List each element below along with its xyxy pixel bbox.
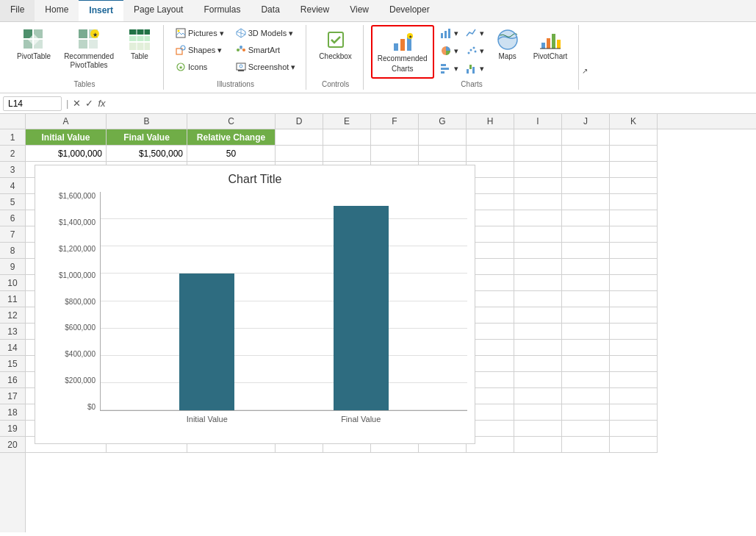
- cell-row7-col8[interactable]: [514, 226, 562, 243]
- cell-row11-col9[interactable]: [562, 291, 610, 307]
- cell-row18-col9[interactable]: [562, 404, 610, 421]
- cell-row10-col8[interactable]: [514, 275, 562, 291]
- row-header-1[interactable]: 1: [0, 129, 25, 146]
- tab-formulas[interactable]: Formulas: [193, 0, 251, 21]
- col-header-b[interactable]: B: [107, 114, 187, 129]
- cell-b1[interactable]: Final Value: [107, 129, 187, 146]
- row-header-3[interactable]: 3: [0, 162, 25, 178]
- column-chart-button[interactable]: ▾: [437, 25, 461, 41]
- cell-a1[interactable]: Initial Value: [26, 129, 107, 146]
- recommended-pivottables-button[interactable]: ★ RecommendedPivotTables: [59, 25, 119, 73]
- col-header-k[interactable]: K: [610, 114, 658, 129]
- pie-chart-button[interactable]: ▾: [437, 43, 461, 59]
- checkbox-button[interactable]: Checkbox: [314, 25, 356, 64]
- row-header-2[interactable]: 2: [0, 146, 25, 162]
- cell-row5-col9[interactable]: [562, 194, 610, 210]
- cell-row14-col10[interactable]: [610, 340, 658, 356]
- cell-reference-input[interactable]: [3, 96, 62, 111]
- pivotchart-button[interactable]: PivotChart: [528, 25, 573, 64]
- cell-row9-col10[interactable]: [610, 259, 658, 275]
- cell-row12-col8[interactable]: [514, 307, 562, 324]
- cancel-formula-icon[interactable]: ✕: [73, 98, 81, 109]
- cell-row4-col8[interactable]: [514, 178, 562, 194]
- cell-row9-col8[interactable]: [514, 259, 562, 275]
- cell-row20-col9[interactable]: [562, 437, 610, 453]
- col-header-d[interactable]: D: [276, 114, 323, 129]
- pictures-button[interactable]: Pictures ▾: [171, 25, 228, 41]
- pivottable-button[interactable]: PivotTable: [12, 25, 56, 64]
- cell-row13-col10[interactable]: [610, 324, 658, 340]
- cell-row4-col10[interactable]: [610, 178, 658, 194]
- col-header-c[interactable]: C: [187, 114, 276, 129]
- cell-c1[interactable]: Relative Change: [187, 129, 276, 146]
- cell-row9-col9[interactable]: [562, 259, 610, 275]
- chart-container[interactable]: Chart Title $0 $200,000 $400,000 $600,00…: [35, 165, 475, 444]
- screenshot-button[interactable]: Screenshot ▾: [231, 59, 300, 75]
- cell-row19-col8[interactable]: [514, 421, 562, 437]
- cell-row6-col10[interactable]: [610, 210, 658, 226]
- row-header-19[interactable]: 19: [0, 421, 25, 437]
- tab-page-layout[interactable]: Page Layout: [123, 0, 193, 21]
- row-header-11[interactable]: 11: [0, 291, 25, 307]
- cell-d2[interactable]: [276, 146, 323, 162]
- cell-row15-col9[interactable]: [562, 356, 610, 372]
- cell-row12-col10[interactable]: [610, 307, 658, 324]
- line-chart-button[interactable]: ▾: [463, 25, 487, 41]
- cell-row16-col10[interactable]: [610, 372, 658, 388]
- cell-row6-col8[interactable]: [514, 210, 562, 226]
- cell-row13-col9[interactable]: [562, 324, 610, 340]
- row-header-4[interactable]: 4: [0, 178, 25, 194]
- cell-row20-col8[interactable]: [514, 437, 562, 453]
- cell-row13-col8[interactable]: [514, 324, 562, 340]
- tab-file[interactable]: File: [0, 0, 35, 21]
- charts-expand-button[interactable]: ↗: [580, 65, 589, 76]
- tab-review[interactable]: Review: [290, 0, 339, 21]
- tab-view[interactable]: View: [339, 0, 379, 21]
- table-button[interactable]: Table: [122, 25, 157, 64]
- col-header-e[interactable]: E: [323, 114, 371, 129]
- col-header-h[interactable]: H: [467, 114, 514, 129]
- cell-row19-col10[interactable]: [610, 421, 658, 437]
- tab-data[interactable]: Data: [251, 0, 289, 21]
- cell-row12-col9[interactable]: [562, 307, 610, 324]
- cell-row11-col10[interactable]: [610, 291, 658, 307]
- row-header-13[interactable]: 13: [0, 324, 25, 340]
- cell-row6-col9[interactable]: [562, 210, 610, 226]
- row-header-17[interactable]: 17: [0, 388, 25, 404]
- 3d-models-button[interactable]: 3D Models ▾: [231, 25, 300, 41]
- col-header-i[interactable]: I: [514, 114, 562, 129]
- row-header-14[interactable]: 14: [0, 340, 25, 356]
- cell-row3-col8[interactable]: [514, 162, 562, 178]
- cell-row14-col9[interactable]: [562, 340, 610, 356]
- col-header-g[interactable]: G: [419, 114, 467, 129]
- smartart-button[interactable]: SmartArt: [231, 42, 300, 58]
- cell-e2[interactable]: [323, 146, 371, 162]
- row-header-20[interactable]: 20: [0, 437, 25, 453]
- cell-row10-col9[interactable]: [562, 275, 610, 291]
- cell-row7-col9[interactable]: [562, 226, 610, 243]
- tab-developer[interactable]: Developer: [379, 0, 440, 21]
- cell-e1[interactable]: [323, 129, 371, 146]
- cell-d1[interactable]: [276, 129, 323, 146]
- confirm-formula-icon[interactable]: ✓: [85, 98, 93, 109]
- cell-row8-col8[interactable]: [514, 243, 562, 259]
- cell-row18-col10[interactable]: [610, 404, 658, 421]
- cell-row19-col9[interactable]: [562, 421, 610, 437]
- waterfall-chart-button[interactable]: ▾: [463, 60, 487, 76]
- cell-row17-col8[interactable]: [514, 388, 562, 404]
- row-header-15[interactable]: 15: [0, 356, 25, 372]
- row-header-8[interactable]: 8: [0, 243, 25, 259]
- cell-row15-col8[interactable]: [514, 356, 562, 372]
- cell-c2[interactable]: 50: [187, 146, 276, 162]
- scatter-chart-button[interactable]: ▾: [463, 43, 487, 59]
- cell-row4-col9[interactable]: [562, 178, 610, 194]
- cell-row5-col8[interactable]: [514, 194, 562, 210]
- row-header-12[interactable]: 12: [0, 307, 25, 324]
- cell-row15-col10[interactable]: [610, 356, 658, 372]
- cell-row3-col10[interactable]: [610, 162, 658, 178]
- cell-row8-col9[interactable]: [562, 243, 610, 259]
- shapes-button[interactable]: Shapes ▾: [171, 42, 228, 58]
- row-header-18[interactable]: 18: [0, 404, 25, 421]
- recommended-charts-button[interactable]: ★ Recommended Charts: [374, 28, 431, 76]
- tab-insert[interactable]: Insert: [79, 0, 123, 21]
